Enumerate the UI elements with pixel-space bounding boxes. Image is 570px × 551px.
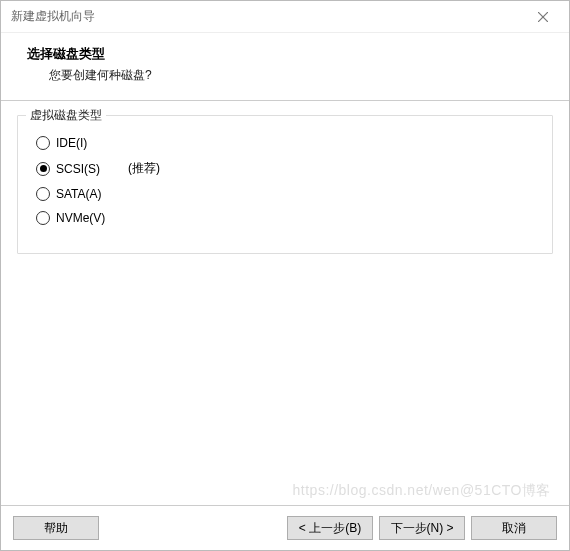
page-subtitle: 您要创建何种磁盘? [27,67,549,84]
radio-icon [36,162,50,176]
footer-right-buttons: < 上一步(B) 下一步(N) > 取消 [287,516,557,540]
radio-icon [36,187,50,201]
radio-label: SCSI(S) [56,162,100,176]
page-title: 选择磁盘类型 [27,45,549,63]
radio-icon [36,211,50,225]
radio-label: SATA(A) [56,187,102,201]
recommended-badge: (推荐) [128,160,160,177]
disk-type-group: 虚拟磁盘类型 IDE(I) SCSI(S) (推荐) SATA(A) NVMe(… [17,115,553,254]
wizard-window: 新建虚拟机向导 选择磁盘类型 您要创建何种磁盘? 虚拟磁盘类型 IDE(I) S… [0,0,570,551]
close-icon [538,12,548,22]
back-button[interactable]: < 上一步(B) [287,516,373,540]
titlebar: 新建虚拟机向导 [1,1,569,33]
close-button[interactable] [525,3,561,31]
radio-label: NVMe(V) [56,211,105,225]
radio-option-ide[interactable]: IDE(I) [36,136,538,150]
group-legend: 虚拟磁盘类型 [26,107,106,124]
next-button[interactable]: 下一步(N) > [379,516,465,540]
wizard-header: 选择磁盘类型 您要创建何种磁盘? [1,33,569,100]
wizard-footer: 帮助 < 上一步(B) 下一步(N) > 取消 [1,505,569,550]
radio-icon [36,136,50,150]
radio-option-scsi[interactable]: SCSI(S) (推荐) [36,160,538,177]
help-button[interactable]: 帮助 [13,516,99,540]
radio-label: IDE(I) [56,136,87,150]
window-title: 新建虚拟机向导 [11,8,95,25]
radio-option-nvme[interactable]: NVMe(V) [36,211,538,225]
radio-option-sata[interactable]: SATA(A) [36,187,538,201]
cancel-button[interactable]: 取消 [471,516,557,540]
wizard-content: 虚拟磁盘类型 IDE(I) SCSI(S) (推荐) SATA(A) NVMe(… [1,101,569,505]
